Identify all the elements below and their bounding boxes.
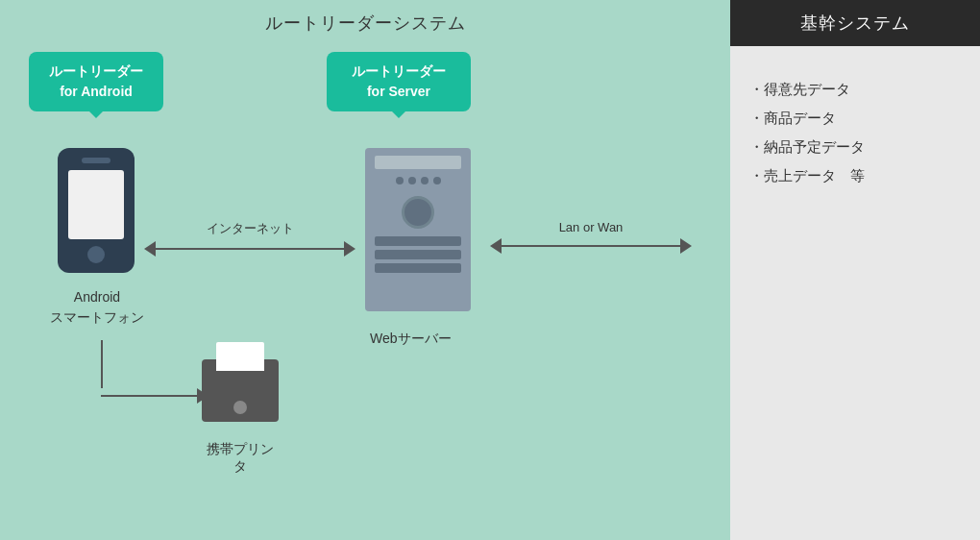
phone-screen — [68, 170, 124, 239]
lan-arrow-line — [490, 238, 692, 254]
phone-home-btn — [87, 246, 105, 263]
server-stripe-3 — [375, 263, 461, 273]
printer-label: 携帯プリンタ — [202, 441, 279, 476]
list-item: 売上データ 等 — [749, 161, 961, 190]
list-item: 商品データ — [749, 104, 961, 133]
lan-label: Lan or Wan — [559, 220, 624, 234]
lan-arrow-left-head — [490, 238, 502, 254]
right-panel: 基幹システム 得意先データ 商品データ 納品予定データ 売上データ 等 — [730, 0, 980, 540]
bt-horizontal-row — [91, 388, 208, 404]
lan-arrow-shaft — [502, 245, 680, 247]
server-dot-4 — [433, 177, 441, 184]
bubble-android: ルートリーダー for Android — [29, 52, 163, 111]
diagram-area: ルートリーダー for Android ルートリーダー for Server A… — [0, 42, 730, 540]
right-panel-content: 得意先データ 商品データ 納品予定データ 売上データ 等 — [730, 46, 980, 540]
server-dot-2 — [408, 177, 416, 184]
lan-arrow: Lan or Wan — [490, 220, 692, 254]
internet-arrow-line — [144, 241, 355, 257]
arrow-left-head — [144, 241, 156, 257]
printer-button — [233, 401, 247, 414]
right-panel-header: 基幹システム — [730, 0, 980, 46]
printer-icon — [202, 359, 279, 422]
bluetooth-arrow: Bluetooth — [91, 340, 208, 404]
server-circle — [402, 196, 434, 229]
server-dot-3 — [421, 177, 429, 184]
server-label: Webサーバー — [370, 331, 452, 348]
bubble-server: ルートリーダー for Server — [327, 52, 471, 111]
server-dot-1 — [396, 177, 404, 184]
arrow-shaft — [156, 248, 344, 250]
internet-label: インターネット — [207, 220, 294, 237]
phone-label: Android スマートフォン — [50, 287, 144, 328]
server-stripe-2 — [375, 250, 461, 259]
server-body — [365, 148, 471, 311]
phone-speaker — [82, 158, 110, 163]
lan-arrow-right-head — [680, 238, 692, 254]
right-panel-list: 得意先データ 商品データ 納品予定データ 売上データ 等 — [749, 75, 961, 190]
internet-arrow: インターネット — [144, 220, 355, 257]
bt-vertical-line — [101, 340, 103, 388]
printer-body — [202, 359, 279, 422]
server-icon — [365, 148, 471, 311]
left-panel-header: ルートリーダーシステム — [0, 0, 730, 42]
printer-paper — [216, 342, 264, 371]
phone-icon — [58, 148, 135, 273]
list-item: 得意先データ — [749, 75, 961, 104]
server-stripe-1 — [375, 236, 461, 246]
list-item: 納品予定データ — [749, 133, 961, 161]
phone-body — [58, 148, 135, 273]
server-dots — [396, 177, 441, 184]
bt-shaft — [101, 395, 197, 397]
arrow-right-head — [344, 241, 355, 257]
server-slot-1 — [375, 156, 461, 169]
left-panel: ルートリーダーシステム ルートリーダー for Android ルートリーダー … — [0, 0, 730, 540]
